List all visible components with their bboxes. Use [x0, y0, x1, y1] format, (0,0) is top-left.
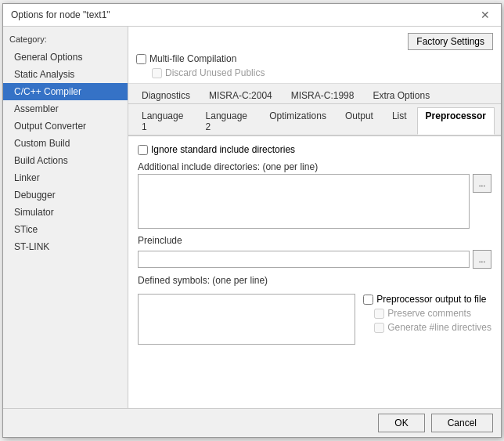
category-label: Category: — [3, 33, 128, 49]
tab-list[interactable]: List — [383, 107, 416, 135]
content-header: Factory Settings Multi-file Compilation … — [128, 27, 501, 84]
defined-symbols-label-row: Defined symbols: (one per line) — [138, 275, 491, 287]
tab-diagnostics[interactable]: Diagnostics — [133, 87, 199, 103]
preserve-comments-row: Preserve comments — [363, 308, 491, 319]
title-bar: Options for node "text1" ✕ — [3, 4, 501, 27]
preinclude-input-row: ... — [138, 250, 491, 269]
generate-line-directives-checkbox[interactable] — [374, 323, 384, 333]
ignore-std-dirs-checkbox[interactable] — [138, 145, 148, 155]
multi-file-compilation-checkbox[interactable] — [136, 54, 146, 64]
sidebar-item-simulator[interactable]: Simulator — [3, 204, 128, 221]
sidebar-item-compiler[interactable]: C/C++ Compiler — [3, 83, 128, 100]
multi-file-compilation-label: Multi-file Compilation — [149, 53, 236, 64]
preprocessor-content-area: Ignore standard include directories Addi… — [128, 136, 501, 408]
generate-line-directives-row: Generate #line directives — [363, 322, 491, 333]
dialog-footer: OK Cancel — [3, 408, 501, 437]
tabs-row-1: Diagnostics MISRA-C:2004 MISRA-C:1998 Ex… — [128, 84, 501, 104]
preinclude-section: Preinclude ... — [138, 235, 491, 269]
preprocessor-output-row: Preprocessor output to file — [363, 294, 491, 305]
preserve-comments-checkbox[interactable] — [374, 309, 384, 319]
tab-optimizations[interactable]: Optimizations — [261, 107, 335, 135]
bottom-section: Preprocessor output to file Preserve com… — [138, 294, 491, 345]
preinclude-label: Preinclude — [138, 235, 491, 246]
preinclude-input[interactable] — [138, 251, 470, 268]
additional-include-textarea[interactable] — [138, 174, 470, 229]
dialog-title: Options for node "text1" — [11, 9, 110, 20]
sidebar-item-debugger[interactable]: Debugger — [3, 186, 128, 204]
tab-output[interactable]: Output — [337, 107, 382, 135]
multi-file-compilation-row: Multi-file Compilation — [136, 53, 493, 64]
ignore-std-dirs-row: Ignore standard include directories — [138, 144, 491, 155]
discard-unused-publics-label: Discard Unused Publics — [165, 67, 265, 78]
ok-button[interactable]: OK — [378, 414, 424, 432]
tab-misra-1998[interactable]: MISRA-C:1998 — [283, 87, 363, 103]
close-button[interactable]: ✕ — [477, 9, 493, 21]
factory-settings-button[interactable]: Factory Settings — [408, 33, 493, 50]
sidebar: Category: General Options Static Analysi… — [3, 27, 128, 408]
content-panel: Factory Settings Multi-file Compilation … — [128, 27, 501, 408]
additional-include-section: Additional include directories: (one per… — [138, 161, 491, 229]
preprocessor-output-label: Preprocessor output to file — [376, 294, 486, 305]
sidebar-item-custom-build[interactable]: Custom Build — [3, 135, 128, 152]
sidebar-item-general-options[interactable]: General Options — [3, 49, 128, 66]
ignore-std-dirs-label: Ignore standard include directories — [151, 144, 295, 155]
defined-symbols-textarea[interactable] — [138, 294, 355, 345]
tab-extra-options[interactable]: Extra Options — [364, 87, 438, 103]
tab-language1[interactable]: Language 1 — [133, 107, 196, 135]
factory-btn-row: Factory Settings — [136, 33, 493, 50]
preinclude-browse-button[interactable]: ... — [473, 250, 491, 269]
tabs-row-2: Language 1 Language 2 Optimizations Outp… — [128, 104, 501, 136]
defined-symbols-label: Defined symbols: (one per line) — [138, 275, 491, 286]
sidebar-item-build-actions[interactable]: Build Actions — [3, 152, 128, 169]
preprocessor-options: Preprocessor output to file Preserve com… — [363, 294, 491, 333]
preserve-comments-label: Preserve comments — [387, 308, 471, 319]
additional-include-label: Additional include directories: (one per… — [138, 161, 491, 172]
sidebar-item-linker[interactable]: Linker — [3, 169, 128, 186]
discard-unused-publics-checkbox[interactable] — [152, 68, 162, 78]
discard-unused-publics-row: Discard Unused Publics — [136, 67, 493, 78]
additional-include-browse-button[interactable]: ... — [473, 174, 491, 193]
additional-include-textarea-row: ... — [138, 174, 491, 229]
sidebar-item-st-link[interactable]: ST-LINK — [3, 238, 128, 255]
tab-language2[interactable]: Language 2 — [197, 107, 260, 135]
preprocessor-output-checkbox[interactable] — [363, 295, 373, 305]
tab-misra-2004[interactable]: MISRA-C:2004 — [200, 87, 281, 103]
sidebar-item-output-converter[interactable]: Output Converter — [3, 117, 128, 135]
sidebar-item-static-analysis[interactable]: Static Analysis — [3, 66, 128, 83]
dialog-body: Category: General Options Static Analysi… — [3, 27, 501, 408]
tab-preprocessor[interactable]: Preprocessor — [417, 107, 495, 135]
generate-line-directives-label: Generate #line directives — [387, 322, 491, 333]
sidebar-item-stice[interactable]: STice — [3, 221, 128, 238]
options-dialog: Options for node "text1" ✕ Category: Gen… — [2, 3, 502, 438]
tabs-container: Diagnostics MISRA-C:2004 MISRA-C:1998 Ex… — [128, 84, 501, 136]
cancel-button[interactable]: Cancel — [431, 414, 493, 432]
sidebar-item-assembler[interactable]: Assembler — [3, 100, 128, 117]
